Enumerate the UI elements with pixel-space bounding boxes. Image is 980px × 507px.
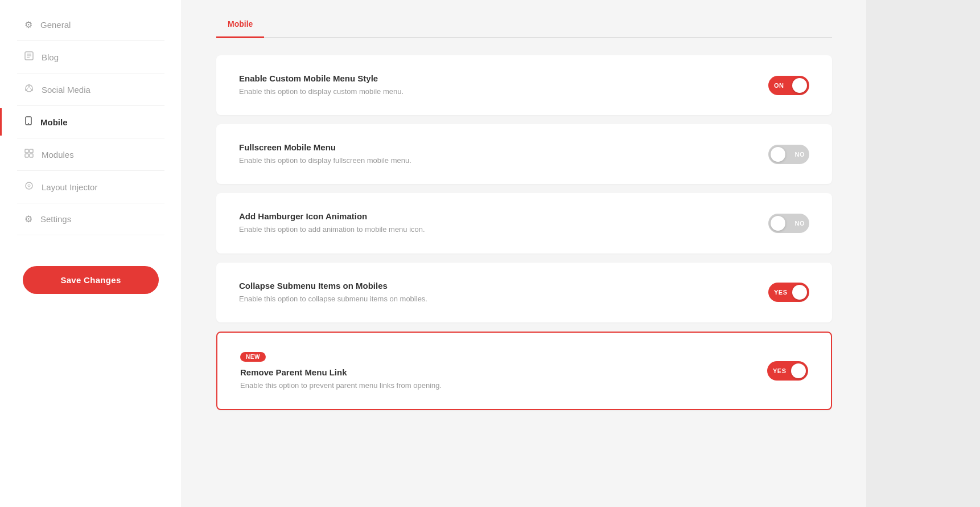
main-content: Mobile Enable Custom Mobile Menu Style E… xyxy=(182,0,866,507)
toggle-label: ON xyxy=(774,82,784,89)
divider xyxy=(17,138,164,138)
toggle-knob xyxy=(792,78,807,93)
sidebar-item-modules[interactable]: Modules xyxy=(0,141,182,168)
svg-rect-12 xyxy=(25,149,28,153)
svg-rect-13 xyxy=(30,149,33,153)
toggle-wrapper: NO xyxy=(768,214,809,233)
setting-info: Enable Custom Mobile Menu Style Enable t… xyxy=(239,73,768,97)
setting-info: Fullscreen Mobile Menu Enable this optio… xyxy=(239,142,768,166)
svg-line-9 xyxy=(27,87,29,90)
toggle-label: NO xyxy=(795,220,805,227)
toggle-knob xyxy=(771,147,785,162)
setting-desc: Enable this option to add animation to m… xyxy=(239,224,455,235)
sidebar-item-label: Layout Injector xyxy=(42,182,97,192)
toggle-custom-mobile-menu[interactable]: ON xyxy=(768,76,809,95)
gear-icon: ⚙ xyxy=(24,19,32,30)
setting-title: Remove Parent Menu Link xyxy=(240,367,767,377)
divider xyxy=(17,170,164,171)
sidebar-item-blog[interactable]: Blog xyxy=(0,43,182,71)
social-icon xyxy=(24,84,34,95)
modules-icon xyxy=(24,149,34,160)
divider xyxy=(17,73,164,73)
setting-title: Fullscreen Mobile Menu xyxy=(239,142,768,152)
sidebar-item-mobile[interactable]: Mobile xyxy=(0,108,182,136)
setting-desc: Enable this option to collapse submenu i… xyxy=(239,294,455,304)
setting-title: Add Hamburger Icon Animation xyxy=(239,211,768,221)
toggle-fullscreen-menu[interactable]: NO xyxy=(768,145,809,164)
toggle-label: YES xyxy=(773,367,787,374)
toggle-wrapper: YES xyxy=(768,283,809,302)
toggle-label: YES xyxy=(774,289,788,296)
setting-info: NEW Remove Parent Menu Link Enable this … xyxy=(240,351,767,391)
divider xyxy=(17,40,164,41)
setting-card-fullscreen-menu: Fullscreen Mobile Menu Enable this optio… xyxy=(216,124,832,184)
sidebar: ⚙ General Blog Social Media xyxy=(0,0,182,507)
setting-card-collapse-submenu: Collapse Submenu Items on Mobiles Enable… xyxy=(216,263,832,322)
sidebar-item-label: Social Media xyxy=(42,85,90,95)
svg-point-5 xyxy=(28,85,30,87)
setting-desc: Enable this option to display custom mob… xyxy=(239,87,455,97)
sidebar-item-settings[interactable]: ⚙ Settings xyxy=(0,206,182,232)
sidebar-item-label: General xyxy=(40,20,71,30)
setting-card-custom-mobile-menu: Enable Custom Mobile Menu Style Enable t… xyxy=(216,55,832,115)
svg-rect-15 xyxy=(30,154,33,157)
setting-info: Add Hamburger Icon Animation Enable this… xyxy=(239,211,768,235)
tab-bar: Mobile xyxy=(216,11,832,38)
svg-point-11 xyxy=(28,123,29,124)
sidebar-item-layout-injector[interactable]: Layout Injector xyxy=(0,173,182,201)
setting-card-remove-parent-link: NEW Remove Parent Menu Link Enable this … xyxy=(216,332,832,410)
sidebar-item-label: Blog xyxy=(42,52,59,62)
setting-title: Collapse Submenu Items on Mobiles xyxy=(239,281,768,291)
svg-point-16 xyxy=(26,182,32,189)
layout-injector-icon xyxy=(24,181,34,193)
sidebar-item-social-media[interactable]: Social Media xyxy=(0,76,182,103)
setting-title: Enable Custom Mobile Menu Style xyxy=(239,73,768,83)
divider xyxy=(17,105,164,106)
toggle-hamburger-animation[interactable]: NO xyxy=(768,214,809,233)
toggle-wrapper: ON xyxy=(768,76,809,95)
blog-icon xyxy=(24,51,34,63)
tab-mobile[interactable]: Mobile xyxy=(216,11,264,38)
sidebar-item-label: Mobile xyxy=(40,117,68,127)
divider xyxy=(17,235,164,235)
toggle-label: NO xyxy=(795,151,805,158)
setting-card-hamburger-animation: Add Hamburger Icon Animation Enable this… xyxy=(216,193,832,253)
svg-line-8 xyxy=(29,87,31,90)
sidebar-item-label: Modules xyxy=(42,150,74,160)
toggle-remove-parent-link[interactable]: YES xyxy=(767,361,808,381)
setting-desc: Enable this option to prevent parent men… xyxy=(240,381,456,391)
toggle-collapse-submenu[interactable]: YES xyxy=(768,283,809,302)
sidebar-item-general[interactable]: ⚙ General xyxy=(0,11,182,38)
toggle-wrapper: YES xyxy=(767,361,808,381)
sidebar-item-label: Settings xyxy=(40,214,71,224)
toggle-wrapper: NO xyxy=(768,145,809,164)
right-gutter xyxy=(866,0,980,507)
save-button[interactable]: Save Changes xyxy=(23,266,159,294)
setting-desc: Enable this option to display fullscreen… xyxy=(239,156,455,166)
toggle-knob xyxy=(792,285,807,300)
save-btn-wrapper: Save Changes xyxy=(0,249,182,311)
svg-rect-14 xyxy=(25,154,28,157)
mobile-icon xyxy=(24,116,32,128)
setting-info: Collapse Submenu Items on Mobiles Enable… xyxy=(239,281,768,304)
settings-icon: ⚙ xyxy=(24,214,32,224)
new-badge: NEW xyxy=(240,352,266,362)
toggle-knob xyxy=(791,363,806,378)
svg-point-17 xyxy=(28,185,30,187)
toggle-knob xyxy=(771,216,785,231)
divider xyxy=(17,203,164,203)
